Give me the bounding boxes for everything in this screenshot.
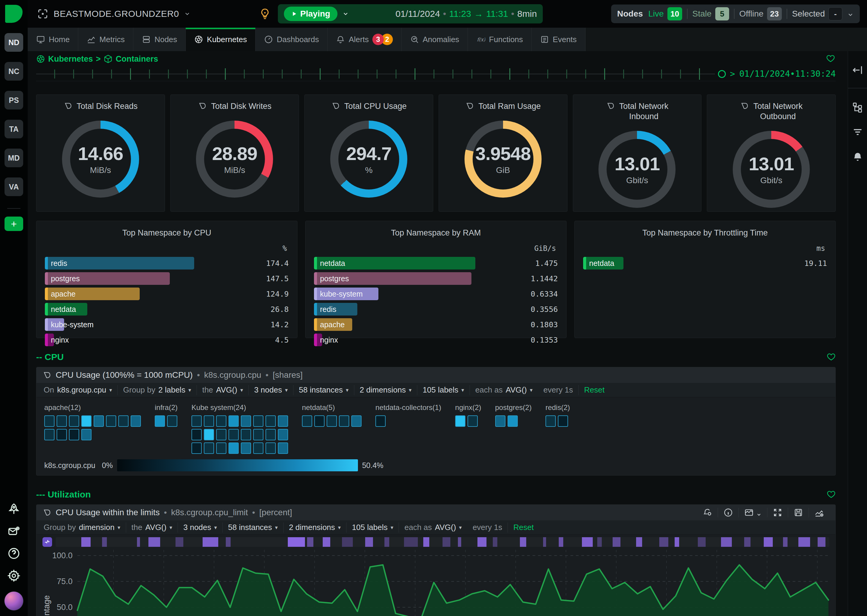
namespace-bar-redis[interactable]: redis — [45, 257, 194, 269]
heatmap-cell[interactable] — [81, 429, 91, 440]
tab-kubernetes[interactable]: Kubernetes — [186, 28, 255, 51]
space-badge-va[interactable]: VA — [5, 178, 23, 196]
node-filter-offline[interactable]: Offline23 — [739, 7, 782, 20]
hierarchy-icon[interactable] — [852, 102, 863, 113]
namespace-bar-apache[interactable]: apache — [314, 318, 352, 331]
collapse-panel-icon[interactable] — [852, 64, 863, 76]
space-badge-ps[interactable]: PS — [5, 91, 23, 110]
namespace-bar-postgres[interactable]: postgres — [45, 272, 170, 285]
heatmap-cell[interactable] — [229, 442, 239, 454]
heatmap-cell[interactable] — [278, 415, 288, 427]
tab-functions[interactable]: f(x)Functions — [468, 28, 532, 51]
heatmap-cell[interactable] — [216, 415, 226, 427]
add-space-button[interactable]: + — [5, 217, 23, 231]
heatmap-cell[interactable] — [495, 415, 506, 427]
heatmap-cell[interactable] — [314, 415, 325, 427]
control-58-instances[interactable]: 58 instances▾ — [293, 385, 354, 395]
filter-icon[interactable] — [852, 126, 863, 138]
control-2-dimensions[interactable]: 2 dimensions▾ — [354, 385, 417, 395]
heatmap-cell[interactable] — [81, 415, 91, 427]
control-avg-[interactable]: each asAVG()▾ — [399, 522, 467, 533]
alerts-bell-icon[interactable] — [852, 151, 863, 162]
node-filter-stale[interactable]: Stale5 — [692, 7, 729, 20]
heatmap-cell[interactable] — [278, 442, 288, 454]
heatmap-cell[interactable] — [265, 442, 276, 454]
control-105-labels[interactable]: 105 labels▾ — [417, 385, 470, 395]
namespace-bar-netdata[interactable]: netdata — [583, 257, 623, 269]
heatmap-cell[interactable] — [455, 415, 465, 427]
heatmap-cell[interactable] — [545, 415, 556, 427]
heatmap-cell[interactable] — [131, 415, 141, 427]
heatmap-cell[interactable] — [302, 415, 312, 427]
heatmap-cell[interactable] — [241, 415, 251, 427]
control-105-labels[interactable]: 105 labels▾ — [346, 522, 399, 533]
news-bulb-icon[interactable] — [259, 8, 271, 20]
namespace-bar-redis[interactable]: redis — [314, 303, 357, 316]
heatmap-cell[interactable] — [241, 429, 251, 440]
timeline-ticks[interactable] — [36, 69, 715, 79]
heatmap-cell[interactable] — [216, 442, 226, 454]
heatmap-cell[interactable] — [69, 429, 79, 440]
rocket-icon[interactable] — [7, 502, 20, 515]
heatmap-cell[interactable] — [253, 415, 263, 427]
heatmap-cell[interactable] — [508, 415, 518, 427]
control-dimension[interactable]: Group bydimension▾ — [38, 522, 126, 533]
heatmap-cell[interactable] — [253, 429, 263, 440]
section-heart-icon[interactable] — [827, 490, 836, 499]
utilization-area-chart[interactable]: 100.075.050.0Percentage — [36, 547, 835, 616]
control-3-nodes[interactable]: 3 nodes▾ — [178, 522, 222, 533]
space-badge-ta[interactable]: TA — [5, 120, 23, 138]
control-2-dimensions[interactable]: 2 dimensions▾ — [283, 522, 346, 533]
control-reset[interactable]: Reset — [578, 385, 610, 395]
play-chevron-icon[interactable] — [342, 11, 349, 17]
namespace-bar-apache[interactable]: apache — [45, 288, 140, 300]
heatmap-cell[interactable] — [468, 415, 478, 427]
anomaly-ribbon[interactable] — [56, 537, 829, 547]
tab-home[interactable]: Home — [28, 28, 78, 51]
heatmap-cell[interactable] — [241, 442, 251, 454]
control-reset[interactable]: Reset — [508, 522, 539, 533]
play-button[interactable]: Playing — [284, 6, 337, 21]
control-avg-[interactable]: each asAVG()▾ — [470, 385, 538, 395]
namespace-bar-netdata[interactable]: netdata — [45, 303, 87, 316]
control-3-nodes[interactable]: 3 nodes▾ — [248, 385, 293, 395]
space-badge-md[interactable]: MD — [5, 149, 23, 167]
tab-nodes[interactable]: Nodes — [133, 28, 186, 51]
heatmap-cell[interactable] — [558, 415, 568, 427]
breadcrumb-root[interactable]: Kubernetes — [48, 55, 93, 64]
heatmap-cell[interactable] — [229, 415, 239, 427]
heatmap-cell[interactable] — [204, 442, 214, 454]
control-58-instances[interactable]: 58 instances▾ — [222, 522, 283, 533]
info-icon[interactable] — [718, 508, 738, 517]
control-every-1s[interactable]: every 1s — [538, 385, 578, 395]
save-icon[interactable] — [788, 508, 809, 517]
heatmap-cell[interactable] — [265, 429, 276, 440]
add-chart-icon[interactable] — [809, 508, 829, 517]
alert-settings-icon[interactable] — [697, 508, 718, 517]
control-every-1s[interactable]: every 1s — [467, 522, 508, 533]
heatmap-cell[interactable] — [216, 429, 226, 440]
time-range[interactable]: 01/11/2024 • 11:23 → 11:31 • 8min — [396, 9, 537, 19]
heatmap-cell[interactable] — [278, 429, 288, 440]
heatmap-cell[interactable] — [57, 429, 67, 440]
heatmap-cell[interactable] — [351, 415, 361, 427]
heatmap-cell[interactable] — [204, 415, 214, 427]
control-avg-[interactable]: theAVG()▾ — [197, 385, 249, 395]
heatmap-cell[interactable] — [265, 415, 276, 427]
heatmap-cell[interactable] — [204, 429, 214, 440]
heatmap-cell[interactable] — [339, 415, 349, 427]
control-2-labels[interactable]: Group by2 labels▾ — [117, 385, 197, 395]
heatmap-cell[interactable] — [191, 429, 202, 440]
settings-icon[interactable] — [7, 569, 20, 582]
heatmap-cell[interactable] — [57, 415, 67, 427]
chart-type-icon[interactable] — [738, 508, 767, 517]
heatmap-cell[interactable] — [191, 442, 202, 454]
space-badge-nd[interactable]: ND — [5, 33, 23, 52]
heatmap-cell[interactable] — [326, 415, 337, 427]
fullscreen-icon[interactable] — [767, 508, 788, 517]
heatmap-cell[interactable] — [375, 415, 386, 427]
heatmap-cell[interactable] — [69, 415, 79, 427]
space-selector[interactable]: BEASTMODE.GROUNDZER0 — [37, 8, 191, 20]
nodes-chevron-icon[interactable] — [847, 11, 854, 17]
heatmap-cell[interactable] — [167, 415, 177, 427]
